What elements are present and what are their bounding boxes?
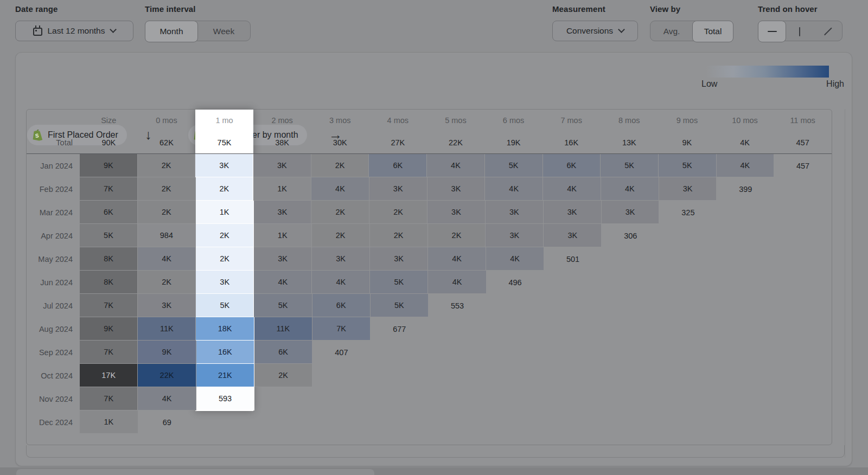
cohort-cell[interactable]: 4K bbox=[311, 177, 369, 201]
cohort-cell[interactable]: 9K bbox=[138, 341, 196, 364]
cohort-cell[interactable]: 4K bbox=[486, 247, 544, 271]
cohort-cell[interactable]: 16K bbox=[196, 341, 254, 364]
cohort-cell[interactable]: 8K bbox=[80, 271, 138, 294]
cohort-cell[interactable]: 7K bbox=[80, 177, 138, 201]
cohort-cell[interactable]: 306 bbox=[602, 224, 659, 247]
cohort-cell[interactable]: 3K bbox=[486, 224, 544, 247]
cohort-cell[interactable]: 1K bbox=[80, 410, 138, 434]
view-by-total[interactable]: Total bbox=[692, 21, 733, 42]
cohort-cell[interactable]: 2K bbox=[428, 224, 486, 247]
cohort-cell[interactable]: 3K bbox=[312, 247, 370, 271]
time-interval-week[interactable]: Week bbox=[197, 21, 250, 42]
cohort-cell[interactable]: 3K bbox=[602, 201, 660, 224]
cohort-cell[interactable]: 4K bbox=[427, 154, 485, 177]
cohort-cell[interactable]: 7K bbox=[312, 317, 371, 341]
cohort-cell[interactable]: 4K bbox=[312, 271, 370, 294]
cohort-cell[interactable]: 2K bbox=[196, 247, 254, 271]
cohort-cell[interactable]: 407 bbox=[312, 341, 370, 364]
cohort-cell[interactable]: 6K bbox=[312, 294, 371, 317]
cohort-cell[interactable]: 3K bbox=[427, 177, 486, 201]
cohort-cell[interactable]: 3K bbox=[659, 177, 717, 201]
cohort-cell[interactable]: 3K bbox=[370, 247, 428, 271]
cohort-cell[interactable]: 2K bbox=[370, 224, 428, 247]
cohort-cell[interactable]: 501 bbox=[544, 247, 602, 271]
cohort-cell[interactable]: 6K bbox=[543, 154, 601, 177]
cohort-cell[interactable]: 4K bbox=[485, 177, 543, 201]
cohort-cell[interactable]: 7K bbox=[80, 387, 138, 410]
cohort-cell[interactable]: 22K bbox=[138, 364, 196, 387]
cohort-cell[interactable]: 2K bbox=[138, 177, 196, 201]
cohort-cell[interactable]: 3K bbox=[254, 201, 312, 224]
cohort-cell[interactable]: 18K bbox=[196, 317, 254, 341]
cohort-cell[interactable]: 457 bbox=[774, 154, 832, 177]
cohort-cell[interactable]: 2K bbox=[196, 177, 254, 201]
cohort-cell[interactable]: 2K bbox=[138, 201, 196, 224]
cohort-cell[interactable]: 5K bbox=[370, 271, 428, 294]
cohort-cell[interactable]: 3K bbox=[138, 294, 196, 317]
cohort-cell[interactable]: 2K bbox=[254, 364, 312, 387]
cohort-cell[interactable]: 17K bbox=[80, 364, 138, 387]
cohort-cell[interactable]: 4K bbox=[717, 154, 775, 177]
cohort-cell[interactable]: 3K bbox=[196, 271, 254, 294]
cohort-cell[interactable]: 677 bbox=[371, 317, 428, 341]
cohort-cell[interactable]: 4K bbox=[428, 271, 486, 294]
date-range-button[interactable]: Last 12 months bbox=[15, 21, 133, 41]
cohort-cell[interactable]: 8K bbox=[80, 247, 138, 271]
cohort-cell[interactable]: 3K bbox=[544, 201, 602, 224]
time-interval-month[interactable]: Month bbox=[145, 21, 198, 42]
trend-diagonal-line-option[interactable] bbox=[814, 21, 842, 42]
cohort-cell[interactable]: 9K bbox=[80, 317, 138, 341]
cohort-cell[interactable]: 4K bbox=[601, 177, 659, 201]
cohort-cell[interactable]: 3K bbox=[369, 177, 427, 201]
cohort-cell[interactable]: 11K bbox=[138, 317, 196, 341]
cohort-cell[interactable]: 5K bbox=[196, 294, 254, 317]
cohort-cell[interactable]: 2K bbox=[369, 201, 427, 224]
cohort-cell[interactable]: 3K bbox=[544, 224, 602, 247]
cohort-cell[interactable]: 4K bbox=[254, 271, 312, 294]
cohort-cell[interactable]: 2K bbox=[311, 201, 369, 224]
cohort-cell[interactable]: 6K bbox=[80, 201, 138, 224]
cohort-cell[interactable]: 5K bbox=[254, 294, 312, 317]
cohort-cell[interactable]: 1K bbox=[253, 177, 311, 201]
cohort-cell[interactable]: 9K bbox=[80, 154, 138, 177]
cohort-cell[interactable]: 7K bbox=[80, 294, 138, 317]
cohort-cell[interactable]: 553 bbox=[429, 294, 486, 317]
cohort-cell[interactable]: 7K bbox=[80, 341, 138, 364]
cohort-cell[interactable]: 2K bbox=[196, 224, 254, 247]
cohort-cell[interactable]: 6K bbox=[369, 154, 427, 177]
cohort-cell[interactable]: 3K bbox=[486, 201, 544, 224]
cohort-cell[interactable]: 325 bbox=[659, 201, 717, 224]
cohort-cell[interactable]: 5K bbox=[659, 154, 717, 177]
cohort-cell[interactable]: 4K bbox=[138, 247, 196, 271]
view-by-avg[interactable]: Avg. bbox=[650, 21, 693, 42]
cohort-cell[interactable]: 5K bbox=[601, 154, 659, 177]
cohort-cell[interactable]: 5K bbox=[485, 154, 543, 177]
cohort-cell[interactable]: 1K bbox=[196, 201, 254, 224]
cohort-cell[interactable]: 399 bbox=[717, 177, 774, 201]
cohort-cell[interactable]: 5K bbox=[80, 224, 138, 247]
cohort-cell[interactable]: 2K bbox=[138, 271, 196, 294]
cohort-cell[interactable]: 496 bbox=[487, 271, 544, 294]
cohort-cell[interactable]: 2K bbox=[311, 154, 369, 177]
cohort-cell[interactable]: 4K bbox=[543, 177, 601, 201]
trend-vertical-line-option[interactable] bbox=[786, 21, 814, 42]
cohort-cell[interactable]: 2K bbox=[312, 224, 370, 247]
cohort-cell[interactable]: 593 bbox=[196, 387, 254, 410]
cohort-cell[interactable]: 4K bbox=[138, 387, 196, 410]
cohort-cell[interactable]: 3K bbox=[195, 154, 253, 177]
cohort-cell[interactable]: 984 bbox=[138, 224, 196, 247]
cohort-cell[interactable]: 69 bbox=[138, 410, 196, 434]
cohort-cell[interactable]: 3K bbox=[427, 201, 486, 224]
cohort-cell[interactable]: 2K bbox=[138, 154, 196, 177]
measurement-dropdown[interactable]: Conversions bbox=[552, 21, 638, 41]
cohort-cell[interactable]: 5K bbox=[371, 294, 429, 317]
cohort-cell[interactable]: 21K bbox=[196, 364, 254, 387]
trend-horizontal-line-option[interactable] bbox=[758, 21, 786, 42]
cohort-cell[interactable]: 3K bbox=[253, 154, 311, 177]
cohort-cell[interactable]: 3K bbox=[254, 247, 312, 271]
cohort-cell bbox=[716, 341, 774, 364]
cohort-cell[interactable]: 1K bbox=[254, 224, 312, 247]
cohort-cell[interactable]: 4K bbox=[428, 247, 486, 271]
cohort-cell[interactable]: 6K bbox=[254, 341, 312, 364]
cohort-cell[interactable]: 11K bbox=[254, 317, 312, 341]
